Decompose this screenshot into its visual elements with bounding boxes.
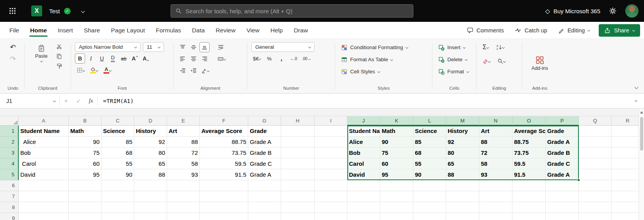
cell-M3[interactable]: 80: [446, 147, 479, 158]
sort-filter-button[interactable]: A Z: [495, 42, 506, 52]
cell-N9[interactable]: [479, 213, 512, 220]
column-header-K[interactable]: K: [380, 116, 413, 126]
column-header-G[interactable]: G: [248, 116, 281, 126]
cell-E5[interactable]: 93: [167, 169, 200, 180]
row-header-7[interactable]: 7: [0, 191, 19, 202]
undo-button[interactable]: ↶: [8, 42, 18, 52]
cell-O4[interactable]: 59.5: [512, 158, 546, 169]
cell-G1[interactable]: Grade: [248, 126, 281, 137]
cell-L6[interactable]: [413, 180, 446, 191]
cell-P6[interactable]: [546, 180, 579, 191]
cell-C9[interactable]: [101, 213, 134, 220]
row-header-4[interactable]: 4: [0, 158, 19, 169]
cell-B4[interactable]: 60: [69, 158, 101, 169]
name-box-input[interactable]: [6, 98, 50, 104]
search-input[interactable]: [185, 8, 408, 14]
vertical-scrollbar[interactable]: [639, 108, 644, 220]
cell-F7[interactable]: [200, 191, 248, 202]
cell-Q5[interactable]: [579, 169, 612, 180]
cell-Q9[interactable]: [579, 213, 612, 220]
row-header-5[interactable]: 5: [0, 169, 19, 180]
cell-O1[interactable]: Average Score: [512, 126, 546, 137]
number-format-dropdown[interactable]: General: [251, 42, 315, 52]
paste-button[interactable]: Paste: [31, 42, 52, 85]
cell-H8[interactable]: [281, 202, 315, 213]
cell-O3[interactable]: 73.75: [512, 147, 546, 158]
cell-M1[interactable]: History: [446, 126, 479, 137]
conditional-formatting-button[interactable]: Conditional Formatting: [339, 42, 428, 53]
cell-H9[interactable]: [281, 213, 315, 220]
column-header-Q[interactable]: Q: [579, 116, 612, 126]
cell-L7[interactable]: [413, 191, 446, 202]
settings-button[interactable]: [609, 7, 617, 15]
cell-M2[interactable]: 92: [446, 137, 479, 147]
cell-K9[interactable]: [380, 213, 413, 220]
increase-decimal-button[interactable]: ←.0: [288, 53, 299, 64]
cell-B8[interactable]: [69, 202, 101, 213]
cell-A1[interactable]: Student Name: [19, 126, 69, 137]
select-all-corner[interactable]: [0, 116, 19, 126]
cell-A4[interactable]: Carol: [19, 158, 69, 169]
cell-F9[interactable]: [200, 213, 248, 220]
cell-I7[interactable]: [315, 191, 347, 202]
menu-tab-file[interactable]: File: [4, 22, 25, 39]
cell-A9[interactable]: [19, 213, 69, 220]
cell-A6[interactable]: [19, 180, 69, 191]
cancel-entry-button[interactable]: ×: [60, 96, 72, 106]
editing-mode-dropdown[interactable]: Editing: [554, 25, 594, 36]
menu-tab-formulas[interactable]: Formulas: [150, 22, 187, 39]
catch-up-button[interactable]: Catch up: [511, 24, 551, 36]
cell-M4[interactable]: 65: [446, 158, 479, 169]
cell-F3[interactable]: 73.75: [200, 147, 248, 158]
cell-K2[interactable]: 90: [380, 137, 413, 147]
cell-G9[interactable]: [248, 213, 281, 220]
cell-P9[interactable]: [546, 213, 579, 220]
menu-tab-home[interactable]: Home: [25, 22, 52, 39]
cell-P1[interactable]: Grade: [546, 126, 579, 137]
orientation-button[interactable]: [199, 66, 211, 76]
scroll-up-arrow-icon[interactable]: [640, 111, 643, 114]
cell-F8[interactable]: [200, 202, 248, 213]
excel-logo[interactable]: X: [31, 5, 42, 16]
cell-Q4[interactable]: [579, 158, 612, 169]
increase-font-size-button[interactable]: A: [130, 53, 140, 64]
column-header-D[interactable]: D: [134, 116, 167, 126]
row-header-2[interactable]: 2: [0, 137, 19, 147]
cell-A7[interactable]: [19, 191, 69, 202]
cell-A2[interactable]: Alice: [19, 137, 69, 147]
cell-styles-button[interactable]: Cell Styles: [339, 66, 428, 77]
cell-D8[interactable]: [134, 202, 167, 213]
cell-M7[interactable]: [446, 191, 479, 202]
document-title[interactable]: Test: [49, 8, 60, 14]
column-header-J[interactable]: J: [347, 116, 380, 126]
cell-N2[interactable]: 88: [479, 137, 512, 147]
user-avatar[interactable]: [625, 4, 639, 18]
cell-Q2[interactable]: [579, 137, 612, 147]
row-header-9[interactable]: 9: [0, 213, 19, 220]
menu-tab-page-layout[interactable]: Page Layout: [105, 22, 150, 39]
cell-E3[interactable]: 72: [167, 147, 200, 158]
cell-C1[interactable]: Science: [101, 126, 134, 137]
cell-I8[interactable]: [315, 202, 347, 213]
collapse-ribbon-button[interactable]: [635, 85, 639, 89]
underline-button[interactable]: U: [97, 53, 107, 64]
decrease-indent-button[interactable]: [178, 66, 188, 76]
cell-G4[interactable]: Grade C: [248, 158, 281, 169]
cell-D4[interactable]: 65: [134, 158, 167, 169]
cell-J8[interactable]: [347, 202, 380, 213]
font-size-dropdown[interactable]: 11: [143, 42, 164, 52]
menu-tab-data[interactable]: Data: [187, 22, 210, 39]
fill-handle[interactable]: [577, 179, 580, 181]
fill-color-button[interactable]: [89, 65, 100, 75]
cell-P7[interactable]: [546, 191, 579, 202]
menu-tab-review[interactable]: Review: [210, 22, 241, 39]
cell-F2[interactable]: 88.75: [200, 137, 248, 147]
cell-G6[interactable]: [248, 180, 281, 191]
cell-K7[interactable]: [380, 191, 413, 202]
align-center-button[interactable]: [189, 54, 199, 64]
name-box[interactable]: [0, 94, 59, 108]
cell-A5[interactable]: David: [19, 169, 69, 180]
cell-Q6[interactable]: [579, 180, 612, 191]
cell-J3[interactable]: Bob: [347, 147, 380, 158]
cell-O6[interactable]: [512, 180, 546, 191]
